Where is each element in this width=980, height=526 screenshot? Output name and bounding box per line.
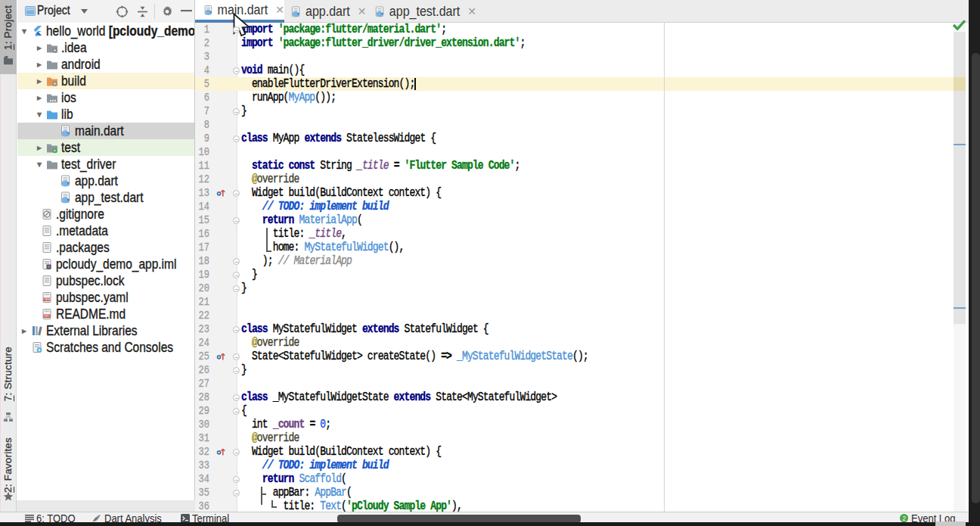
svg-text:2: 2 <box>902 515 906 522</box>
svg-text:MD: MD <box>45 314 50 318</box>
svg-text:YAML: YAML <box>44 298 51 301</box>
